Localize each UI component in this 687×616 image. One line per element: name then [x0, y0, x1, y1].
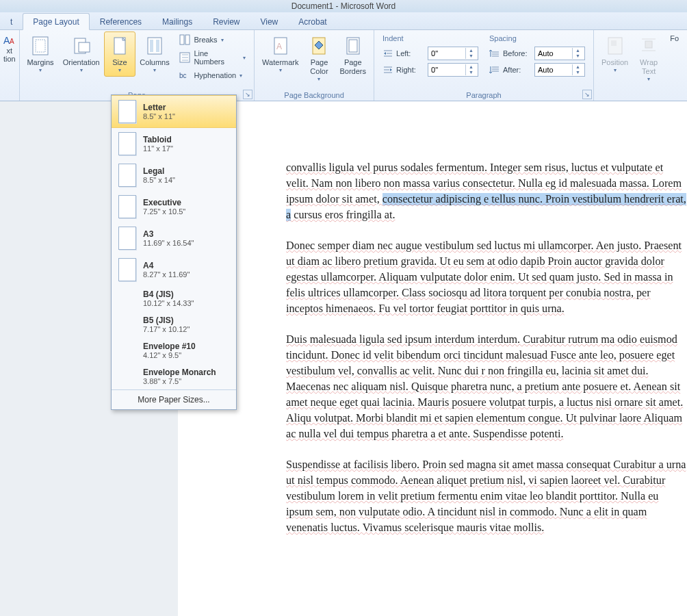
svg-text:bc: bc — [179, 72, 187, 79]
size-dim: 4.12" x 9.5" — [143, 351, 196, 359]
page-icon — [118, 164, 136, 187]
spacing-before-label: Before: — [503, 49, 532, 57]
svg-text:A: A — [276, 42, 282, 51]
size-option-a4[interactable]: A48.27" x 11.69" — [112, 254, 236, 285]
svg-rect-8 — [150, 40, 153, 52]
spin-down-icon[interactable]: ▼ — [466, 53, 476, 59]
spacing-title: Spacing — [489, 34, 585, 42]
spin-down-icon[interactable]: ▼ — [573, 70, 583, 75]
paragraph-4[interactable]: Suspendisse at facilisis libero. Proin s… — [286, 457, 687, 536]
more-paper-sizes[interactable]: More Paper Sizes... — [112, 389, 236, 409]
line-numbers-button[interactable]: Line Numbers ▾ — [177, 48, 248, 67]
hyphenation-button[interactable]: bc Hyphenation ▾ — [177, 68, 248, 82]
indent-right-input[interactable]: ▲▼ — [428, 63, 478, 77]
tab-references[interactable]: References — [90, 13, 152, 29]
svg-rect-5 — [79, 42, 90, 52]
size-name: B5 (JIS) — [143, 316, 190, 325]
group-label-arrange — [597, 98, 684, 101]
columns-button[interactable]: Columns ▾ — [135, 31, 174, 77]
size-option-tabloid[interactable]: Tabloid11" x 17" — [112, 128, 236, 159]
document-body[interactable]: convallis ligula vel purus sodales ferme… — [178, 120, 687, 536]
size-name: Envelope #10 — [143, 342, 196, 351]
spacing-before-input[interactable]: ▲▼ — [534, 47, 585, 60]
indent-left-icon — [383, 49, 393, 58]
svg-text:A: A — [10, 38, 14, 45]
svg-rect-10 — [180, 35, 184, 44]
themes-tion-label[interactable]: tion — [3, 55, 16, 63]
spin-up-icon[interactable]: ▲ — [573, 48, 583, 53]
size-name: Executive — [143, 198, 185, 207]
spin-down-icon[interactable]: ▼ — [466, 70, 476, 75]
size-dim: 8.5" x 14" — [143, 176, 175, 184]
spin-up-icon[interactable]: ▲ — [466, 48, 476, 53]
columns-icon — [144, 35, 166, 57]
size-option-a3[interactable]: A311.69" x 16.54" — [112, 222, 236, 254]
ribbon-tabstrip: t Page Layout References Mailings Review… — [0, 12, 687, 30]
chevron-down-icon: ▾ — [221, 37, 224, 43]
indent-left-label: Left: — [396, 49, 425, 57]
paragraph-3[interactable]: Duis malesuada ligula sed ipsum interdum… — [286, 332, 687, 442]
tab-page-layout[interactable]: Page Layout — [23, 13, 89, 30]
chevron-down-icon: ▾ — [80, 67, 83, 73]
line-numbers-icon — [179, 52, 190, 63]
page-color-button[interactable]: Page Color ▾ — [303, 31, 335, 86]
tab-mailings[interactable]: Mailings — [152, 13, 203, 29]
size-dim: 7.25" x 10.5" — [143, 207, 185, 216]
breaks-button[interactable]: Breaks ▾ — [177, 33, 248, 47]
chevron-down-icon: ▾ — [243, 55, 246, 61]
size-option-b4-jis-[interactable]: B4 (JIS)10.12" x 14.33" — [112, 285, 236, 311]
spin-up-icon[interactable]: ▲ — [573, 64, 583, 70]
group-page-background: A Watermark ▾ Page Color ▾ Page Borders … — [255, 30, 374, 101]
indent-title: Indent — [383, 34, 478, 42]
group-themes-cut: AA xt tion — [0, 30, 20, 101]
size-option-letter[interactable]: Letter8.5" x 11" — [112, 95, 236, 128]
title-bar: Document1 - Microsoft Word — [0, 0, 687, 12]
group-page-setup: Margins ▾ Orientation ▾ Size ▾ — [20, 30, 255, 101]
page-borders-button[interactable]: Page Borders — [335, 31, 371, 79]
spin-down-icon[interactable]: ▼ — [573, 53, 583, 59]
spacing-after-icon — [489, 65, 500, 75]
size-icon — [109, 35, 131, 57]
paragraph-2[interactable]: Donec semper diam nec augue vestibulum s… — [286, 238, 687, 317]
size-dim: 8.5" x 11" — [143, 112, 175, 120]
tab-acrobat[interactable]: Acrobat — [288, 13, 337, 29]
group-label-themes-cut — [3, 98, 16, 101]
size-option-legal[interactable]: Legal8.5" x 14" — [112, 159, 236, 191]
group-label-page-background: Page Background — [257, 90, 371, 101]
size-button[interactable]: Size ▾ — [104, 31, 135, 77]
document-page[interactable]: convallis ligula vel purus sodales ferme… — [178, 101, 687, 616]
position-button: Position ▾ — [597, 31, 633, 77]
spin-up-icon[interactable]: ▲ — [466, 64, 476, 70]
watermark-icon: A — [270, 35, 291, 57]
spacing-after-input[interactable]: ▲▼ — [534, 63, 585, 77]
group-arrange: Position ▾ Wrap Text ▾ Fo — [594, 30, 687, 101]
svg-rect-9 — [156, 40, 159, 52]
size-option-executive[interactable]: Executive7.25" x 10.5" — [112, 191, 236, 222]
size-option-envelope-monarch[interactable]: Envelope Monarch3.88" x 7.5" — [112, 363, 236, 389]
tab-view[interactable]: View — [250, 13, 288, 29]
paragraph-1[interactable]: convallis ligula vel purus sodales ferme… — [286, 160, 687, 223]
indent-left-input[interactable]: ▲▼ — [428, 47, 478, 60]
tab-review[interactable]: Review — [203, 13, 250, 29]
size-dim: 11" x 17" — [143, 144, 173, 153]
watermark-button[interactable]: A Watermark ▾ — [257, 31, 303, 77]
paragraph-dialog-launcher[interactable]: ↘ — [582, 90, 592, 99]
indent-right-icon — [383, 65, 393, 75]
size-dim: 3.88" x 7.5" — [143, 377, 216, 385]
svg-rect-35 — [611, 40, 617, 46]
orientation-button[interactable]: Orientation ▾ — [58, 31, 104, 77]
margins-button[interactable]: Margins ▾ — [23, 31, 58, 77]
page-setup-dialog-launcher[interactable]: ↘ — [243, 90, 252, 99]
themes-xt-label[interactable]: xt — [7, 47, 13, 55]
page-icon — [118, 195, 136, 218]
size-dim: 10.12" x 14.33" — [143, 299, 194, 307]
margins-icon — [29, 35, 51, 57]
page-icon — [118, 258, 136, 281]
size-option-envelope-10[interactable]: Envelope #104.12" x 9.5" — [112, 337, 236, 363]
page-icon — [118, 132, 136, 155]
tab-partial[interactable]: t — [0, 13, 23, 29]
size-name: Legal — [143, 166, 175, 176]
size-dim: 7.17" x 10.12" — [143, 325, 190, 333]
size-option-b5-jis-[interactable]: B5 (JIS)7.17" x 10.12" — [112, 311, 236, 337]
chevron-down-icon: ▾ — [647, 76, 650, 82]
